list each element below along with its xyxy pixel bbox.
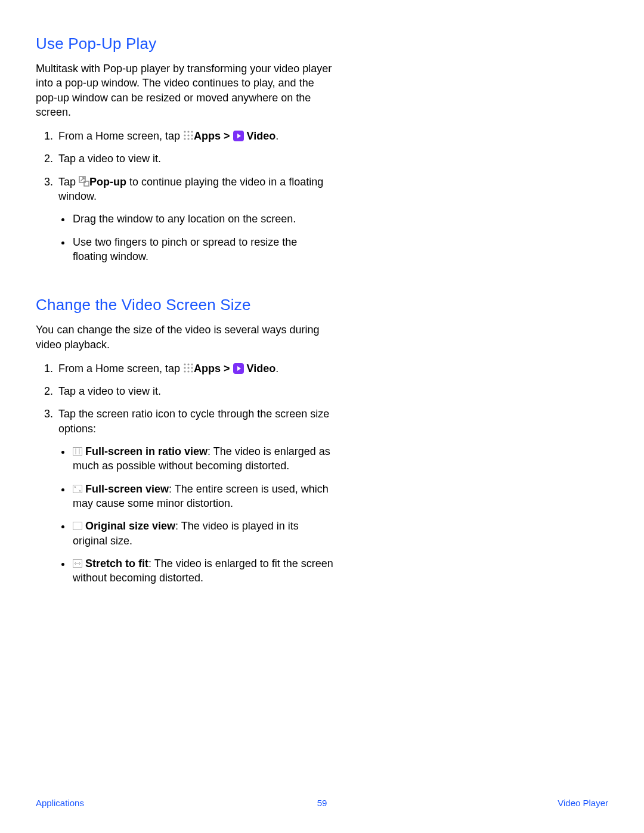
screen-size-options: Full-screen in ratio view: The video is … xyxy=(72,444,334,585)
video-label: Video xyxy=(247,363,276,374)
bullet-drag: Drag the window to any location on the s… xyxy=(72,212,334,226)
popup-sub-bullets: Drag the window to any location on the s… xyxy=(72,212,334,264)
ss-step-2: Tap a video to view it. xyxy=(56,384,334,398)
step-1: From a Home screen, tap Apps > Video. xyxy=(56,129,334,143)
content-column: Use Pop-Up Play Multitask with Pop-up pl… xyxy=(36,35,334,585)
apps-label: Apps xyxy=(194,363,221,374)
svg-point-13 xyxy=(184,363,185,365)
period: . xyxy=(275,363,278,374)
option-original-size: Original size view: The video is played … xyxy=(72,519,334,548)
svg-point-2 xyxy=(191,131,193,133)
option-stretch: Stretch to fit: The video is enlarged to… xyxy=(72,556,334,586)
steps-popup-play: From a Home screen, tap Apps > Video. Ta… xyxy=(56,129,334,264)
step-3-pre: Tap xyxy=(58,176,79,188)
option-ratio-view: Full-screen in ratio view: The video is … xyxy=(72,444,334,473)
period: . xyxy=(275,130,278,142)
popup-label: Pop-up xyxy=(89,176,126,188)
svg-point-18 xyxy=(191,367,193,368)
ratio-view-label: Full-screen in ratio view xyxy=(85,445,208,457)
apps-grid-icon xyxy=(183,130,194,141)
video-play-icon xyxy=(233,363,244,374)
ss-step-3-text: Tap the screen ratio icon to cycle throu… xyxy=(58,408,329,434)
svg-rect-12 xyxy=(84,181,89,186)
ss-step-1: From a Home screen, tap Apps > Video. xyxy=(56,361,334,376)
footer-left: Applications xyxy=(36,798,84,808)
svg-point-14 xyxy=(187,363,189,365)
original-size-label: Original size view xyxy=(85,520,175,532)
popup-window-icon xyxy=(79,176,89,187)
stretch-icon xyxy=(73,557,82,565)
apps-label: Apps xyxy=(194,130,221,142)
footer-right: Video Player xyxy=(558,798,608,808)
svg-point-21 xyxy=(191,370,193,372)
page-footer: Applications 59 Video Player xyxy=(36,798,608,808)
heading-popup-play: Use Pop-Up Play xyxy=(36,35,334,53)
svg-rect-24 xyxy=(73,448,82,456)
apps-grid-icon xyxy=(183,363,194,373)
svg-point-5 xyxy=(191,135,193,137)
original-size-icon xyxy=(73,519,82,528)
svg-point-17 xyxy=(187,367,189,368)
svg-point-0 xyxy=(184,131,185,133)
svg-point-1 xyxy=(187,131,189,133)
gt-separator: > xyxy=(221,363,233,374)
footer-page-number: 59 xyxy=(317,798,327,808)
intro-screen-size: You can change the size of the video is … xyxy=(36,323,334,352)
step-2: Tap a video to view it. xyxy=(56,151,334,166)
svg-rect-28 xyxy=(73,522,82,530)
fullscreen-icon xyxy=(73,482,82,491)
steps-screen-size: From a Home screen, tap Apps > Video. Ta… xyxy=(56,361,334,586)
heading-screen-size: Change the Video Screen Size xyxy=(36,296,334,314)
ss-step-3: Tap the screen ratio icon to cycle throu… xyxy=(56,407,334,585)
svg-point-6 xyxy=(184,138,185,140)
svg-point-4 xyxy=(187,135,189,137)
ss-step-1-pre: From a Home screen, tap xyxy=(58,363,183,374)
video-label: Video xyxy=(247,130,276,142)
option-fullscreen: Full-screen view: The entire screen is u… xyxy=(72,482,334,511)
step-1-pre: From a Home screen, tap xyxy=(58,130,183,142)
svg-point-19 xyxy=(184,370,185,372)
svg-point-3 xyxy=(184,135,185,137)
svg-point-20 xyxy=(187,370,189,372)
bullet-pinch: Use two fingers to pinch or spread to re… xyxy=(72,235,334,264)
svg-rect-27 xyxy=(73,485,82,493)
svg-point-15 xyxy=(191,363,193,365)
fullscreen-label: Full-screen view xyxy=(85,483,169,495)
document-page: Use Pop-Up Play Multitask with Pop-up pl… xyxy=(0,0,644,833)
gt-separator: > xyxy=(221,130,233,142)
svg-point-16 xyxy=(184,367,185,368)
ratio-view-icon xyxy=(73,445,82,453)
step-3: Tap Pop-up to continue playing the video… xyxy=(56,175,334,264)
svg-point-8 xyxy=(191,138,193,140)
stretch-label: Stretch to fit xyxy=(85,558,148,569)
svg-point-7 xyxy=(187,138,189,140)
video-play-icon xyxy=(233,131,244,141)
intro-popup-play: Multitask with Pop-up player by transfor… xyxy=(36,61,334,119)
